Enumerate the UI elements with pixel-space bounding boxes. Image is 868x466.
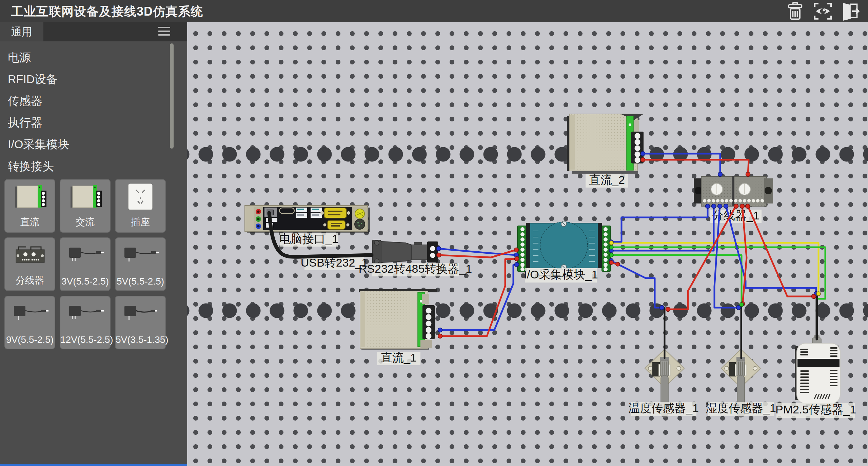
device-dc-power-1[interactable] [359,289,437,350]
card-5v[interactable]: 5V(5.5-2.5) [115,237,166,291]
trash-icon[interactable] [785,2,805,21]
label-dc1: 直流_1 [381,351,417,364]
device-pm25-sensor[interactable] [795,335,840,404]
label-rs: RS232转485转换器_1 [359,262,472,275]
card-3v[interactable]: 3V(5.5-2.5) [60,237,111,291]
tab-general[interactable]: 通用 [0,22,43,41]
card-splitter[interactable]: 分线器 [4,237,55,291]
menu-icon[interactable] [158,27,170,37]
app-title: 工业互联网设备及接线3D仿真系统 [11,3,203,20]
device-pc-interface[interactable] [245,206,370,233]
sidebar-bottom-accent [0,464,187,466]
label-temp: 温度传感器_1 [628,402,699,414]
sidebar-scrollbar[interactable] [170,43,174,149]
card-socket[interactable]: 插座 [115,179,166,233]
app-window: 工业互联网设备及接线3D仿真系统 通 [0,0,868,466]
card-ac[interactable]: 交流 [60,179,111,233]
wire-io-blue-splitter2[interactable] [610,206,714,251]
exit-icon[interactable] [840,2,860,21]
wire-io-blue-splitter1[interactable] [610,206,708,242]
sidebar-item-sensor[interactable]: 传感器 [8,93,42,109]
component-sidebar: 通用 电源 RFID设备 传感器 执行器 I/O采集模块 转换接头 直流 [0,22,187,466]
label-dc2: 直流_2 [589,173,625,186]
card-label: 9V(5.5-2.5) [5,334,55,345]
card-label: 交流 [60,216,110,229]
wire-io-blue-temp[interactable] [610,260,663,308]
sidebar-item-power[interactable]: 电源 [8,50,31,65]
tab-bar: 通用 [0,22,187,41]
card-label: 12V(5.5-2.5) [60,334,110,345]
card-5v-135[interactable]: 5V(3.5-1.35) [115,296,166,349]
device-io-module[interactable] [517,221,611,271]
device-rs232-485-converter[interactable] [372,240,438,264]
card-label: 3V(5.5-2.5) [60,276,110,287]
wire-dc2-blue[interactable] [642,154,720,175]
device-dc-power-2[interactable] [567,114,644,174]
card-label: 5V(5.5-2.5) [116,276,165,287]
workspace-canvas[interactable]: 电脑接口_1 USB转232_1 RS232转485转换器_1 I/O采集模块_… [187,22,868,466]
card-dc[interactable]: 直流 [4,179,55,233]
label-pm: PM2.5传感器_1 [775,403,856,416]
sidebar-item-adapter[interactable]: 转换接头 [8,159,54,174]
label-humid: 湿度传感器_1 [706,402,776,414]
wire-dc2-red[interactable] [642,160,749,175]
card-label: 分线器 [5,274,55,287]
sidebar-item-rfid[interactable]: RFID设备 [8,72,58,87]
sidebar-item-actuator[interactable]: 执行器 [8,115,42,131]
sidebar-item-io[interactable]: I/O采集模块 [8,137,69,152]
label-io: I/O采集模块_1 [524,268,598,281]
card-label: 5V(3.5-1.35) [116,334,165,345]
wire-io-green-humid[interactable] [610,255,742,305]
wire-rs-red[interactable] [438,250,516,257]
label-pc: 电脑接口_1 [279,232,338,245]
device-splitter[interactable] [694,176,773,206]
card-label: 插座 [116,216,165,229]
view-focus-icon[interactable] [813,2,833,21]
top-bar: 工业互联网设备及接线3D仿真系统 [0,0,868,22]
card-12v[interactable]: 12V(5.5-2.5) [60,296,111,349]
card-label: 直流 [5,216,55,229]
card-9v[interactable]: 9V(5.5-2.5) [4,296,55,349]
